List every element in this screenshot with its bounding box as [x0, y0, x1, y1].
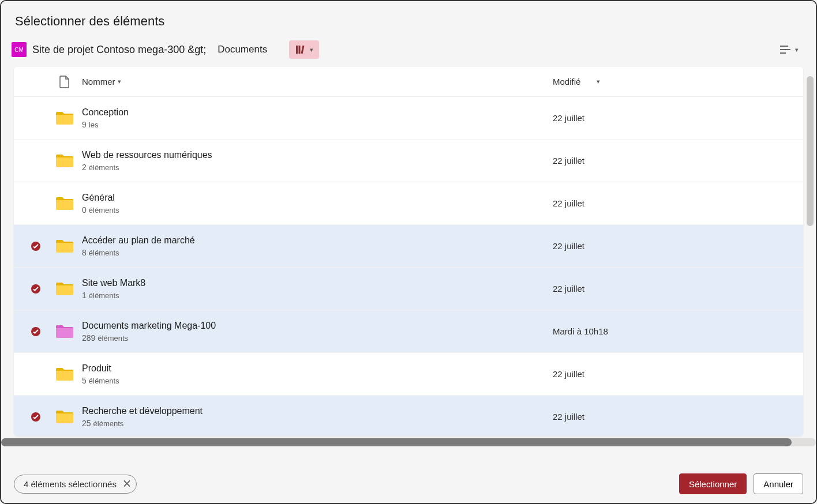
close-icon	[123, 480, 130, 487]
folder-icon	[50, 366, 80, 382]
chevron-down-icon: ▾	[597, 78, 600, 85]
dialog-title: Sélectionner des éléments	[1, 1, 816, 36]
chevron-down-icon: ▾	[310, 46, 313, 54]
item-name: Produit	[82, 363, 119, 374]
item-subtitle: 1éléments	[82, 291, 145, 300]
svg-rect-0	[296, 46, 298, 54]
table-row[interactable]: Général 0éléments 22 juillet	[14, 182, 803, 225]
folder-icon	[50, 195, 80, 212]
library-picker-button[interactable]: ▾	[289, 40, 319, 59]
file-type-icon	[59, 76, 70, 88]
breadcrumb-site[interactable]: Site de projet Contoso mega-300 &gt;	[32, 44, 206, 56]
svg-rect-2	[301, 46, 305, 54]
item-subtitle: 2éléments	[82, 163, 212, 172]
column-headers: Nommer ▾ Modifié ▾	[14, 67, 803, 97]
clear-selection-button[interactable]	[123, 479, 130, 489]
column-header-name-label: Nommer	[82, 77, 115, 86]
row-checkbox[interactable]	[22, 412, 50, 422]
chevron-down-icon: ▾	[795, 46, 799, 54]
item-subtitle: 9les	[82, 120, 129, 129]
vertical-scrollbar[interactable]	[807, 76, 814, 445]
vertical-scrollbar-thumb[interactable]	[807, 76, 814, 226]
file-list-panel: Nommer ▾ Modifié ▾ Conception 9les	[14, 67, 803, 436]
folder-icon	[50, 324, 80, 340]
item-subtitle: 289éléments	[82, 333, 216, 343]
file-picker-dialog: Sélectionner des éléments CM Site de pro…	[1, 1, 816, 503]
column-header-modified[interactable]: Modifié ▾	[553, 77, 795, 86]
item-subtitle: 8éléments	[82, 248, 195, 257]
list-view-icon	[779, 44, 792, 55]
horizontal-scrollbar-thumb[interactable]	[1, 438, 792, 446]
folder-icon	[50, 238, 80, 254]
item-subtitle: 5éléments	[82, 376, 119, 385]
item-modified: 22 juillet	[553, 412, 584, 422]
cancel-button[interactable]: Annuler	[754, 473, 803, 494]
table-row[interactable]: Web de ressources numériques 2éléments 2…	[14, 140, 803, 182]
item-modified: 22 juillet	[553, 113, 584, 123]
table-row[interactable]: Site web Mark8 1éléments 22 juillet	[14, 268, 803, 310]
item-modified: 22 juillet	[553, 369, 584, 379]
select-button[interactable]: Sélectionner	[679, 473, 747, 494]
column-header-name[interactable]: Nommer ▾	[80, 77, 553, 86]
item-subtitle: 0éléments	[82, 205, 119, 215]
chevron-down-icon: ▾	[118, 78, 121, 85]
table-row[interactable]: Documents marketing Mega-100 289éléments…	[14, 310, 803, 353]
item-name: Général	[82, 193, 119, 203]
table-row[interactable]: Produit 5éléments 22 juillet	[14, 353, 803, 396]
row-checkbox[interactable]	[22, 326, 50, 337]
breadcrumb-bar: CM Site de projet Contoso mega-300 &gt; …	[1, 36, 816, 67]
item-subtitle: 25éléments	[82, 419, 203, 428]
item-modified: 22 juillet	[553, 198, 584, 208]
breadcrumb-location[interactable]: Documents	[218, 44, 267, 55]
folder-icon	[50, 409, 80, 425]
item-name: Conception	[82, 107, 129, 118]
table-row[interactable]: Accéder au plan de marché 8éléments 22 j…	[14, 225, 803, 268]
folder-icon	[50, 281, 80, 297]
item-name: Recherche et développement	[82, 406, 203, 416]
item-name: Documents marketing Mega-100	[82, 321, 216, 331]
item-name: Web de ressources numériques	[82, 150, 212, 160]
item-modified: 22 juillet	[553, 241, 584, 251]
file-list-scroll[interactable]: Nommer ▾ Modifié ▾ Conception 9les	[14, 67, 803, 436]
table-row[interactable]: Conception 9les 22 juillet	[14, 97, 803, 140]
folder-icon	[50, 110, 80, 126]
table-row[interactable]: Recherche et développement 25éléments 22…	[14, 396, 803, 436]
site-icon: CM	[12, 42, 27, 57]
item-modified: 22 juillet	[553, 156, 584, 166]
library-icon	[295, 44, 306, 55]
selection-summary-pill: 4 éléments sélectionnés	[14, 475, 137, 494]
row-checkbox[interactable]	[22, 284, 50, 294]
folder-icon	[50, 153, 80, 169]
row-checkbox[interactable]	[22, 241, 50, 251]
horizontal-scrollbar[interactable]	[1, 438, 816, 446]
item-name: Accéder au plan de marché	[82, 235, 195, 246]
dialog-footer: 4 éléments sélectionnés Sélectionner Ann…	[1, 465, 816, 503]
view-options-button[interactable]: ▾	[773, 41, 804, 58]
selection-summary-text: 4 éléments sélectionnés	[24, 479, 117, 489]
item-name: Site web Mark8	[82, 278, 145, 288]
item-modified: 22 juillet	[553, 284, 584, 294]
svg-rect-1	[299, 46, 301, 54]
column-header-modified-label: Modifié	[553, 77, 580, 86]
item-modified: Mardi à 10h18	[553, 326, 608, 336]
